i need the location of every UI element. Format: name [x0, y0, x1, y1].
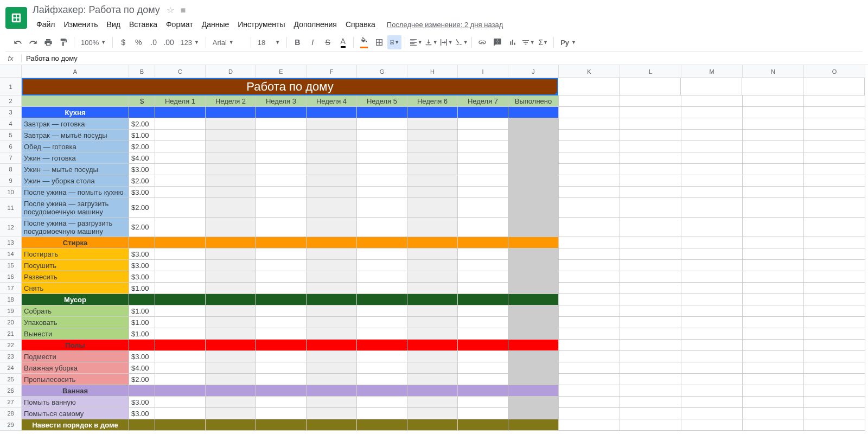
cell[interactable] [743, 260, 804, 271]
cell[interactable] [256, 328, 307, 340]
cell[interactable] [155, 164, 206, 175]
cell[interactable] [681, 164, 743, 175]
cell[interactable] [458, 218, 508, 237]
cell[interactable] [681, 78, 742, 95]
cell[interactable] [307, 218, 357, 237]
halign-icon[interactable]: ▼ [409, 35, 423, 49]
cell[interactable]: $1.00 [129, 328, 155, 340]
cell[interactable] [155, 294, 206, 305]
row-head[interactable]: 24 [0, 362, 22, 374]
row-head[interactable]: 15 [0, 260, 22, 271]
cell[interactable]: Собрать [22, 305, 129, 317]
cell[interactable]: $1.00 [129, 317, 155, 328]
cell[interactable] [256, 408, 307, 419]
cell[interactable] [620, 107, 681, 118]
cell[interactable] [508, 374, 559, 385]
cell[interactable] [804, 218, 865, 237]
cell[interactable] [620, 351, 681, 362]
cell[interactable] [155, 130, 206, 141]
menu-addons[interactable]: Дополнения [290, 18, 341, 31]
row-head[interactable]: 20 [0, 317, 22, 328]
cell[interactable] [307, 419, 357, 431]
cell[interactable] [559, 152, 620, 164]
cell[interactable]: Неделя 3 [256, 95, 307, 107]
row-head[interactable]: 4 [0, 118, 22, 130]
cell[interactable] [206, 385, 256, 397]
col-head-E[interactable]: E [256, 65, 307, 78]
cell[interactable] [559, 271, 620, 283]
cell[interactable] [357, 351, 407, 362]
valign-icon[interactable]: ▼ [424, 35, 438, 49]
row-head[interactable]: 17 [0, 283, 22, 294]
cell[interactable] [559, 164, 620, 175]
col-head-F[interactable]: F [307, 65, 357, 78]
cell[interactable]: Пропылесосить [22, 374, 129, 385]
row-head[interactable]: 27 [0, 397, 22, 408]
cell[interactable] [681, 362, 743, 374]
cell[interactable] [206, 198, 256, 218]
functions-icon[interactable]: Σ▼ [536, 35, 550, 49]
cell[interactable]: $4.00 [129, 362, 155, 374]
cell[interactable] [206, 283, 256, 294]
cell[interactable] [743, 408, 804, 419]
cell[interactable] [681, 397, 743, 408]
cell[interactable] [407, 187, 458, 198]
cell[interactable] [743, 340, 804, 351]
cell[interactable] [307, 198, 357, 218]
cell[interactable] [407, 385, 458, 397]
cell[interactable] [620, 118, 681, 130]
cell[interactable] [206, 118, 256, 130]
print-icon[interactable] [41, 35, 55, 49]
cell[interactable] [458, 141, 508, 152]
cell[interactable] [256, 305, 307, 317]
cell[interactable] [559, 95, 620, 107]
cell[interactable] [407, 362, 458, 374]
cell[interactable] [458, 305, 508, 317]
cell[interactable] [508, 385, 559, 397]
cell[interactable] [804, 95, 865, 107]
cell[interactable]: Выполнено [508, 95, 559, 107]
cell[interactable] [681, 152, 743, 164]
cell[interactable] [206, 187, 256, 198]
cell[interactable] [458, 294, 508, 305]
cell[interactable] [508, 317, 559, 328]
cell[interactable] [743, 374, 804, 385]
cell[interactable]: Обед — готовка [22, 141, 129, 152]
cell[interactable] [681, 294, 743, 305]
cell[interactable]: $2.00 [129, 118, 155, 130]
cell[interactable] [681, 141, 743, 152]
cell[interactable] [407, 351, 458, 362]
cell[interactable] [256, 248, 307, 260]
cell[interactable] [681, 260, 743, 271]
cell[interactable] [804, 328, 865, 340]
cell[interactable] [804, 187, 865, 198]
cell[interactable] [256, 351, 307, 362]
cell[interactable] [804, 362, 865, 374]
cell[interactable] [256, 237, 307, 248]
cell[interactable] [407, 397, 458, 408]
cell[interactable] [155, 317, 206, 328]
cell[interactable] [357, 118, 407, 130]
cell[interactable] [508, 248, 559, 260]
cell[interactable] [508, 260, 559, 271]
cell[interactable]: $3.00 [129, 187, 155, 198]
cell[interactable]: $2.00 [129, 198, 155, 218]
col-head-K[interactable]: K [559, 65, 620, 78]
cell[interactable] [206, 294, 256, 305]
cell[interactable] [357, 237, 407, 248]
cell[interactable]: Помыть ванную [22, 397, 129, 408]
cell[interactable]: Ванная [22, 385, 129, 397]
cell[interactable] [743, 218, 804, 237]
row-head[interactable]: 21 [0, 328, 22, 340]
cell[interactable] [681, 118, 743, 130]
cell[interactable] [620, 248, 681, 260]
cell[interactable] [620, 218, 681, 237]
cell[interactable] [155, 260, 206, 271]
cell[interactable] [804, 237, 865, 248]
cell[interactable] [206, 340, 256, 351]
font-select[interactable]: Arial▼ [209, 35, 247, 49]
cell[interactable]: Постирать [22, 248, 129, 260]
undo-icon[interactable] [11, 35, 25, 49]
cell[interactable]: $1.00 [129, 283, 155, 294]
cell[interactable] [206, 248, 256, 260]
